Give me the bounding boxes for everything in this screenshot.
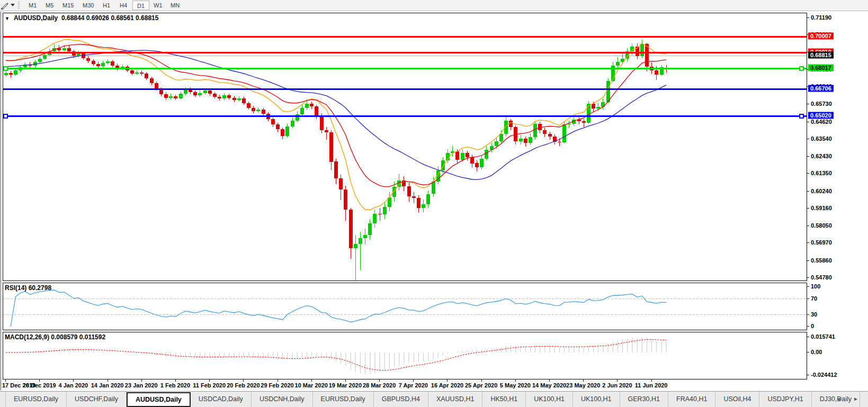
price-badge-0.70007: 0.70007 [808, 33, 834, 40]
chart-tab-usdchf-daily[interactable]: USDCHF,Daily [67, 392, 127, 407]
chart-tab-bar: EURUSD,DailyUSDCHF,DailyAUDUSD,DailyUSDC… [0, 391, 868, 407]
price-tickmark [807, 104, 809, 104]
draw-tool-icon[interactable] [1, 2, 8, 10]
macd-tickmark [807, 352, 809, 352]
price-tickmark [807, 242, 809, 243]
rsi-label: RSI(14) 60.2798 [5, 284, 51, 292]
rsi-panel[interactable] [3, 283, 807, 330]
price-tick-label: 0.59160 [811, 205, 832, 211]
date-label: 26 Dec 2019 [23, 382, 56, 388]
date-tickmark [175, 379, 176, 382]
timeframe-button-mn[interactable]: MN [166, 1, 184, 10]
date-label: 19 Mar 2020 [329, 382, 362, 388]
chart-tab-usoil-h4[interactable]: USOil,H4 [715, 392, 759, 407]
rsi-level-label: 70 [811, 295, 817, 302]
main-chart-panel[interactable] [3, 13, 807, 281]
rsi-level-label: 30 [811, 311, 817, 318]
rsi-level-label: 100 [811, 283, 820, 290]
date-label: 23 May 2020 [566, 382, 600, 388]
price-tick-label: 0.61350 [811, 170, 832, 176]
chart-tab-uk100-h1[interactable]: UK100,H1 [573, 392, 620, 407]
date-label: 29 Feb 2020 [261, 382, 293, 388]
timeframe-button-m15[interactable]: M15 [58, 1, 78, 10]
chart-tab-audusd-daily[interactable]: AUDUSD,Daily [127, 392, 191, 407]
date-tickmark [583, 379, 584, 382]
price-tick-label: 0.55860 [811, 257, 832, 264]
price-tick-label: 0.62430 [811, 153, 832, 159]
date-label: 7 Apr 2020 [399, 382, 428, 388]
chart-tab-eurusd-daily[interactable]: EURUSD,Daily [313, 392, 374, 407]
price-tickmark [807, 156, 809, 157]
price-tick-label: 0.56970 [811, 239, 832, 246]
timeframe-button-m1[interactable]: M1 [24, 1, 41, 10]
date-tickmark [73, 379, 74, 382]
date-tickmark [413, 379, 414, 382]
date-tickmark [278, 379, 278, 382]
rsi-tickmark [807, 314, 809, 315]
chart-collapse-icon[interactable]: ▼ [5, 16, 10, 21]
date-tickmark [243, 379, 244, 382]
chart-tab-ger30-h1[interactable]: GER30,H1 [620, 392, 668, 407]
chart-tab-usdjpy-h1[interactable]: USDJPY,H1 [759, 392, 811, 407]
price-tickmark [807, 208, 809, 209]
date-label: 4 Jan 2020 [59, 382, 88, 388]
timeframe-button-w1[interactable]: W1 [149, 1, 167, 10]
date-tickmark [345, 379, 346, 382]
draw-tool-dropdown-icon[interactable] [11, 4, 15, 6]
rsi-level-label: 0 [811, 323, 814, 329]
tab-scroll-arrows: ◄ ► [836, 396, 864, 402]
date-tickmark [5, 379, 6, 382]
price-tick-label: 0.54780 [811, 274, 832, 281]
timeframe-button-m30[interactable]: M30 [78, 1, 98, 10]
date-tickmark [651, 379, 652, 382]
date-tickmark [515, 379, 516, 382]
price-badge-0.68815: 0.68815 [808, 52, 834, 59]
timeframe-button-d1[interactable]: D1 [132, 1, 149, 10]
chart-tab-eurusd-daily[interactable]: EURUSD,Daily [5, 392, 67, 407]
date-tickmark [617, 379, 618, 382]
chart-tab-xauusd-h1[interactable]: XAUUSD,H1 [428, 392, 483, 407]
timeframe-button-h4[interactable]: H4 [115, 1, 131, 10]
timeframe-button-m5[interactable]: M5 [41, 1, 58, 10]
price-tick-label: 0.60240 [811, 188, 832, 194]
macd-panel[interactable] [3, 332, 807, 379]
window-border [1, 12, 1, 390]
date-label: 1 Feb 2020 [160, 382, 190, 388]
tab-scroll-left-icon[interactable]: ◄ [836, 396, 846, 402]
price-tickmark [807, 139, 809, 139]
chart-tab-usdcnh-daily[interactable]: USDCNH,Daily [252, 392, 313, 407]
date-tickmark [141, 379, 142, 382]
date-label: 5 May 2020 [500, 382, 531, 388]
date-label: 16 Apr 2020 [431, 382, 463, 388]
price-tickmark [807, 277, 809, 278]
date-label: 28 Mar 2020 [363, 382, 396, 388]
date-label: 2 Jun 2020 [602, 382, 632, 388]
price-tick-label: 0.71190 [811, 14, 831, 21]
chart-tab-gbpusd-h4[interactable]: GBPUSD,H4 [374, 392, 428, 407]
chart-ohlc-values: 0.68844 0.69026 0.68561 0.68815 [61, 14, 159, 22]
price-tick-label: 0.58050 [811, 222, 832, 229]
date-tickmark [549, 379, 550, 382]
tab-scroll-right-icon[interactable]: ► [853, 396, 864, 402]
date-tickmark [39, 379, 40, 382]
chart-tab-fra40-h1[interactable]: FRA40,H1 [668, 392, 715, 407]
date-tickmark [209, 379, 210, 382]
date-tickmark [447, 379, 448, 382]
date-label: 11 Jun 2020 [635, 382, 668, 388]
chart-tab-usdcad-daily[interactable]: USDCAD,Daily [191, 392, 252, 407]
price-tickmark [807, 17, 809, 18]
chart-tab-hk50-h1[interactable]: HK50,H1 [482, 392, 526, 407]
rsi-tickmark [807, 286, 809, 287]
macd-tickmark [807, 337, 809, 337]
price-badge-0.66706: 0.66706 [808, 85, 834, 92]
toolbar-grip[interactable] [18, 2, 20, 9]
macd-axis-label: 0.015741 [811, 333, 835, 340]
timeframe-button-h1[interactable]: H1 [99, 1, 114, 10]
trading-platform-window: M1M5M15M30H1H4D1W1MN ▼AUDUSD,Daily 0.688… [0, 0, 868, 407]
date-label: 20 Feb 2020 [227, 382, 259, 388]
chart-tab-uk100-h1[interactable]: UK100,H1 [526, 392, 573, 407]
price-tickmark [807, 225, 809, 226]
price-badge-0.65020: 0.65020 [808, 112, 834, 119]
timeframe-toolbar: M1M5M15M30H1H4D1W1MN [0, 0, 868, 11]
date-label: 10 Mar 2020 [295, 382, 328, 388]
